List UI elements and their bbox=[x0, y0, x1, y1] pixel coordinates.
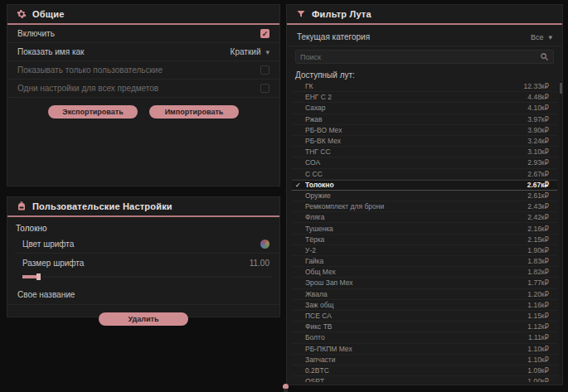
export-button[interactable]: Экспортировать bbox=[48, 105, 138, 119]
same-settings-checkbox[interactable] bbox=[260, 84, 269, 93]
loot-item-name: РБ-ВК Мех bbox=[305, 137, 527, 145]
custom-settings-panel: Пользовательские Настройки Толокно Цвет … bbox=[7, 196, 280, 317]
category-label: Текущая категория bbox=[297, 32, 370, 41]
loot-item-price: 4.48к₽ bbox=[527, 93, 549, 101]
loot-item-name: У-2 bbox=[305, 246, 527, 254]
loot-item-name: Эрош Зап Мех bbox=[305, 278, 527, 287]
loot-item-name: Фикс ТВ bbox=[305, 322, 527, 331]
loot-item-price: 3.24к₽ bbox=[527, 137, 549, 145]
loot-item-name: Тушенка bbox=[305, 225, 527, 233]
loot-list-item[interactable]: Ремкомплект для брони2.43к₽ bbox=[292, 201, 557, 212]
delete-button[interactable]: Удалить bbox=[99, 312, 188, 326]
only-custom-checkbox[interactable] bbox=[260, 65, 269, 75]
general-panel-header: Общие bbox=[7, 5, 279, 25]
loot-list-item[interactable]: Ржав3.97к₽ bbox=[292, 114, 557, 125]
loot-item-price: 3.90к₽ bbox=[527, 126, 549, 134]
loot-item-name: Гайка bbox=[305, 257, 527, 265]
loot-list-item[interactable]: Фляга2.42к₽ bbox=[292, 212, 557, 223]
backpack-icon bbox=[16, 201, 27, 212]
loot-list-item[interactable]: ✓Толокно2.67к₽ bbox=[292, 180, 557, 191]
loot-item-price: 12.33к₽ bbox=[524, 82, 549, 90]
loot-item-name: СОА bbox=[305, 158, 527, 167]
chevron-down-icon: ▾ bbox=[548, 33, 552, 41]
loot-item-price: 2.15к₽ bbox=[527, 235, 549, 244]
loot-item-price: 1.10к₽ bbox=[527, 356, 549, 364]
loot-item-name: Фляга bbox=[305, 213, 527, 221]
category-select[interactable]: Все ▾ bbox=[531, 33, 552, 41]
available-loot-label: Доступный лут: bbox=[295, 70, 554, 80]
loot-list-item[interactable]: ТНГ СС3.10к₽ bbox=[292, 147, 557, 157]
font-size-value: 11.00 bbox=[250, 259, 269, 268]
loot-list-item[interactable]: Жвала1.20к₽ bbox=[292, 289, 557, 300]
same-settings-label: Одни настройки для всех предметов bbox=[17, 84, 158, 93]
loot-item-price: 1.77к₽ bbox=[527, 278, 549, 287]
loot-item-name: Сахар bbox=[305, 104, 527, 112]
name-mode-select[interactable]: Краткий ▾ bbox=[231, 47, 269, 56]
slider-fill bbox=[22, 275, 37, 278]
loot-list-item[interactable]: ГК12.33к₽ bbox=[292, 81, 557, 92]
loot-list-item[interactable]: Заж общ1.16к₽ bbox=[292, 300, 557, 311]
loot-item-price: 3.97к₽ bbox=[527, 115, 549, 123]
loot-list-item[interactable]: СОА2.93к₽ bbox=[292, 157, 557, 168]
selected-item-name: Толокно bbox=[16, 224, 271, 233]
loot-list-item[interactable]: ОSPT1.00к₽ bbox=[292, 376, 557, 382]
loot-list-scrollbar[interactable] bbox=[560, 81, 562, 382]
loot-item-price: 2.93к₽ bbox=[527, 158, 549, 167]
loot-list-item[interactable]: РБ-ВО Мех3.90к₽ bbox=[292, 125, 557, 136]
loot-item-price: 2.67к₽ bbox=[527, 170, 549, 178]
loot-list-item[interactable]: РБ-ВК Мех3.24к₽ bbox=[292, 136, 557, 147]
loot-list-item[interactable]: Общ Мех1.82к₽ bbox=[292, 267, 557, 278]
search-box[interactable] bbox=[295, 50, 554, 64]
font-size-slider[interactable] bbox=[22, 273, 271, 280]
loot-list-item[interactable]: Тушенка2.16к₽ bbox=[292, 223, 557, 234]
filter-panel-title: Фильтр Лута bbox=[312, 9, 371, 19]
loot-item-price: 1.11к₽ bbox=[528, 333, 549, 341]
loot-item-name: ГК bbox=[305, 82, 524, 90]
loot-list-item[interactable]: Тёрка2.15к₽ bbox=[292, 235, 557, 245]
loot-list-item[interactable]: С СС2.67к₽ bbox=[292, 169, 557, 180]
slider-handle[interactable] bbox=[36, 273, 41, 280]
only-custom-row: Показывать только пользовательские bbox=[7, 61, 279, 80]
font-color-row: Цвет шрифта bbox=[16, 235, 279, 254]
color-wheel-icon[interactable] bbox=[260, 240, 269, 249]
funnel-icon bbox=[295, 9, 306, 20]
category-value: Все bbox=[531, 33, 544, 41]
loot-item-name: ПСЕ СА bbox=[305, 312, 527, 320]
loot-item-name: Ремкомплект для брони bbox=[305, 202, 527, 211]
loot-item-price: 1.20к₽ bbox=[527, 290, 549, 298]
loot-list-item[interactable]: 0.2BTC1.09к₽ bbox=[292, 365, 557, 376]
slider-track bbox=[22, 276, 271, 278]
loot-item-name: РБ-ВО Мех bbox=[305, 126, 527, 134]
loot-list-item[interactable]: ПСЕ СА1.15к₽ bbox=[292, 311, 557, 322]
loot-list-item[interactable]: РБ-ПКПМ Мех1.10к₽ bbox=[292, 344, 557, 355]
loot-list-item[interactable]: Фикс ТВ1.12к₽ bbox=[292, 322, 557, 332]
loot-list-item[interactable]: Сахар4.10к₽ bbox=[292, 103, 557, 114]
loot-list-item[interactable]: Болто1.11к₽ bbox=[292, 332, 557, 343]
loot-item-name: Жвала bbox=[305, 290, 527, 298]
loot-list-item[interactable]: У-21.90к₽ bbox=[292, 245, 557, 256]
loot-list-item[interactable]: Оружие2.61к₽ bbox=[292, 191, 557, 201]
loot-list-item[interactable]: Эрош Зап Мех1.77к₽ bbox=[292, 278, 557, 288]
import-button[interactable]: Импортировать bbox=[149, 105, 239, 119]
loot-list-item[interactable]: ЕНГ С 24.48к₽ bbox=[292, 92, 557, 103]
enable-checkbox[interactable]: ✓ bbox=[260, 29, 269, 38]
custom-panel-title: Пользовательские Настройки bbox=[32, 201, 172, 211]
loot-list-item[interactable]: Запчасти1.10к₽ bbox=[292, 355, 557, 365]
custom-name-row: Свое название bbox=[7, 285, 279, 305]
loot-item-name: Ржав bbox=[305, 115, 527, 123]
scrollbar-handle[interactable] bbox=[560, 83, 562, 94]
loot-list-item[interactable]: Гайка1.83к₽ bbox=[292, 256, 557, 267]
loot-item-price: 2.43к₽ bbox=[527, 202, 549, 211]
enable-row: Включить ✓ bbox=[7, 25, 279, 43]
search-input[interactable] bbox=[300, 53, 540, 61]
loot-item-price: 2.67к₽ bbox=[527, 181, 549, 189]
custom-name-input[interactable] bbox=[85, 288, 269, 302]
loot-item-price: 2.16к₽ bbox=[527, 225, 549, 233]
bottom-handle[interactable] bbox=[282, 384, 289, 392]
custom-name-label: Свое название bbox=[17, 290, 75, 299]
loot-item-price: 1.90к₽ bbox=[527, 246, 549, 254]
show-name-row: Показать имя как Краткий ▾ bbox=[7, 43, 279, 61]
loot-item-name: С СС bbox=[305, 170, 527, 178]
same-settings-row: Одни настройки для всех предметов bbox=[7, 80, 279, 98]
loot-item-name: ОSPT bbox=[305, 377, 527, 382]
